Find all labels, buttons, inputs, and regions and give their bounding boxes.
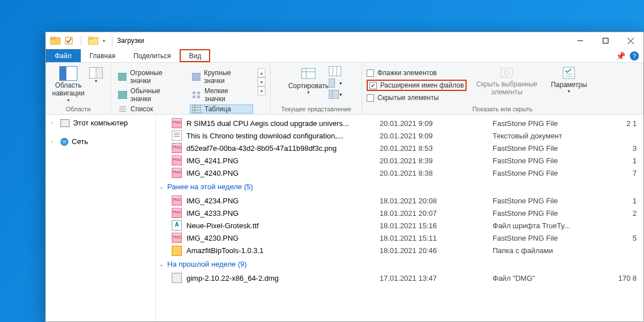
network-icon [60,138,68,146]
file-date: 20.01.2021 8:39 [380,156,493,165]
file-row[interactable]: This is Chrono testing download configur… [156,129,643,142]
svg-rect-33 [329,79,335,88]
group-regions-label: Области [46,105,111,114]
navpane-button[interactable]: Область навигации ▾ [50,65,86,103]
layout-table[interactable]: Таблица [190,105,253,114]
checkbox-hidden-items[interactable]: Скрытые элементы [367,92,467,103]
png-icon: PNG [172,233,182,243]
png-icon: PNG [172,118,182,128]
svg-rect-18 [192,73,201,81]
file-row[interactable]: PNGd52eaf7e-00ba-43d2-8b05-47a11b98df3c.… [156,142,643,154]
options-button[interactable]: Параметры ▾ [547,65,591,94]
file-name: This is Chrono testing download configur… [186,132,380,140]
sort-button[interactable]: Сортировать ▾ [290,65,327,95]
explorer-icon[interactable] [49,34,62,47]
png-icon: PNG [172,208,182,218]
png-icon: PNG [172,155,182,166]
tab-view[interactable]: Вид [180,49,210,62]
group-currentview-label: Текущее представление [271,105,362,114]
png-icon: PNG [172,143,182,153]
close-button[interactable] [618,32,643,49]
file-row[interactable]: PNGIMG_4240.PNG20.01.2021 8:38FastStone … [156,167,643,179]
file-row[interactable]: ANeue-Pixel-Grotesk.ttf18.01.2021 15:16Ф… [156,219,643,232]
group-showhide-label: Показать или скрыть [362,105,643,114]
columns-button[interactable] [329,66,342,76]
hide-selected-button[interactable]: Скрыть выбранные элементы [476,65,538,97]
file-date: 20.01.2021 9:09 [380,132,493,140]
panes-icon [89,67,103,79]
file-type: FastStone PNG File [493,144,591,153]
file-row[interactable]: PNGIMG_4241.PNG20.01.2021 8:39FastStone … [156,154,643,167]
chevron-down-icon: ▾ [307,90,310,95]
file-date: 17.01.2021 13:47 [380,274,493,282]
qat-checkbox-icon[interactable] [63,34,75,47]
file-size: 2 [591,209,643,217]
svg-rect-14 [118,91,127,99]
tab-share[interactable]: Поделиться [124,49,180,62]
panes-button[interactable]: ▾ [89,65,103,84]
file-date: 18.01.2021 15:11 [380,234,493,242]
file-name: IMG_4240.PNG [186,169,380,177]
pc-icon [60,119,69,127]
layout-large[interactable]: Крупные значки [190,68,253,85]
file-row[interactable]: PNGIMG_4234.PNG18.01.2021 20:08FastStone… [156,194,643,207]
tab-home[interactable]: Главная [81,49,125,62]
file-row[interactable]: PNGR SIM15 dual CPU Aegis cloud upgrade … [156,117,643,129]
tab-file[interactable]: Файл [46,49,81,62]
svg-point-37 [504,71,509,75]
file-row[interactable]: AmazfitBipTools-1.0.3.118.01.2021 20:46П… [156,244,643,256]
svg-rect-22 [197,95,200,98]
checkbox-file-extensions[interactable]: Расширения имен файлов [367,80,467,91]
fitcolumns-button[interactable]: ▾ [329,90,342,99]
navpane-icon [59,66,77,81]
file-type: FastStone PNG File [493,169,591,177]
file-type: Текстовый документ [493,132,591,140]
file-group-header[interactable]: ⌄Ранее на этой неделе (5) [156,179,643,194]
layout-scroll[interactable]: ▴▾▾ [258,68,266,95]
svg-rect-1 [50,37,55,39]
file-name: d52eaf7e-00ba-43d2-8b05-47a11b98df3c.png [186,144,380,153]
options-icon [562,66,576,80]
chevron-down-icon: ⌄ [159,184,164,190]
layout-huge[interactable]: Огромные значки [116,68,184,85]
nav-this-pc[interactable]: › Этот компьютер [46,117,155,129]
file-name: AmazfitBipTools-1.0.3.1 [186,246,380,255]
file-row[interactable]: PNGIMG_4233.PNG18.01.2021 20:07FastStone… [156,207,643,219]
file-row[interactable]: gimp-2.10.22-x86_64-2.dmg17.01.2021 13:4… [156,272,643,284]
svg-rect-19 [193,92,195,94]
svg-rect-13 [118,73,127,81]
nav-network[interactable]: › Сеть [46,136,155,147]
chevron-down-icon: ▾ [568,89,570,94]
maximize-button[interactable] [593,32,618,49]
navigation-pane: › Этот компьютер › Сеть [46,115,156,321]
folder-icon[interactable] [87,34,99,47]
minimize-button[interactable] [567,32,593,49]
file-row[interactable]: PNGIMG_4230.PNG18.01.2021 15:11FastStone… [156,232,643,244]
file-type: Папка с файлами [493,246,591,255]
svg-rect-21 [193,95,195,98]
layout-small[interactable]: Мелкие значки [190,86,253,103]
qat-dropdown-icon[interactable]: ▾ [101,34,107,47]
file-date: 20.01.2021 8:38 [380,169,493,177]
layout-list[interactable]: Список [116,105,184,114]
svg-rect-23 [192,105,201,113]
layout-medium[interactable]: Обычные значки [116,86,184,103]
file-date: 20.01.2021 8:53 [380,144,493,153]
file-size: 170 8 [591,274,643,282]
file-date: 18.01.2021 20:46 [380,246,493,255]
svg-rect-12 [96,68,103,79]
chevron-down-icon: ▾ [67,98,69,103]
checkbox-item-checkboxes[interactable]: Флажки элементов [367,67,467,79]
svg-rect-36 [501,68,512,77]
file-group-header[interactable]: ⌄На прошлой неделе (9) [156,256,643,272]
file-date: 18.01.2021 15:16 [380,221,493,230]
file-type: FastStone PNG File [493,156,591,165]
file-name: Neue-Pixel-Grotesk.ttf [186,221,380,230]
help-icon[interactable]: ? [630,51,639,60]
file-size: 1 [591,156,643,165]
font-icon: A [172,220,182,230]
pin-icon[interactable]: 📌 [616,51,625,60]
addcolumn-button[interactable]: ▾ [329,79,342,88]
svg-rect-27 [302,68,315,79]
explorer-window: ▾ Загрузки Файл Главная Поделиться Вид 📌… [45,32,644,322]
